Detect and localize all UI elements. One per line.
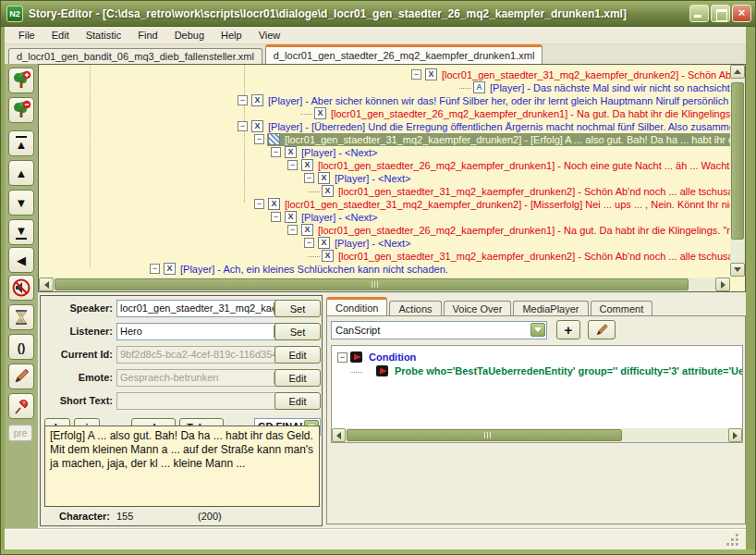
add-node-button[interactable] [8,68,34,93]
tab-condition[interactable]: Condition [326,297,387,316]
menu-find[interactable]: Find [129,28,165,43]
scroll-thumb[interactable] [55,278,689,290]
document-tab[interactable]: d_locr01_gen_staedter_26_mq2_kaempfer_dr… [265,44,543,64]
scroll-thumb[interactable] [731,82,744,240]
move-first-button[interactable]: ▲ [8,130,34,156]
tree-node-label[interactable]: [locr01_gen_staedter_26_mq2_kaempfer_dru… [318,160,730,172]
menu-file[interactable]: File [10,28,43,43]
speaker-set-button[interactable]: Set [274,300,321,317]
answer-node-icon[interactable]: A [473,81,485,93]
tree-row[interactable]: −X[Player] - <Next> [39,146,730,159]
tab-comment[interactable]: Comment [591,301,653,316]
tree-horizontal-scrollbar[interactable] [39,278,730,291]
speaker-combobox[interactable]: locr01_gen_staedter_31_mq2_kae [116,300,290,317]
node-checkbox-icon[interactable]: X [164,263,176,275]
tree-node-label[interactable]: [locr01_gen_staedter_31_mq2_kaempfer_dru… [338,186,730,198]
scroll-up-button[interactable] [730,65,745,79]
play-reverse-button[interactable]: ◀ [8,247,34,273]
scroll-left-button[interactable] [39,278,54,291]
short-text-edit-button[interactable]: Edit [274,392,321,410]
tree-row[interactable]: −X[Player] - Aber sicher können wir das!… [39,94,730,107]
expander-minus-icon[interactable]: − [254,199,264,209]
condition-node-label[interactable]: Probe who='BestTaUeberredenEntity' group… [395,365,743,377]
node-checkbox-icon[interactable]: X [301,159,313,171]
tree-row[interactable]: −X[Player] - <Next> [39,211,730,224]
script-combobox[interactable]: CanScript [331,321,547,339]
tab-actions[interactable]: Actions [389,301,441,316]
document-tab[interactable]: d_locr01_gen_bandit_06_mq3_dieb_fallenst… [8,48,262,64]
emote-edit-button[interactable]: Edit [274,369,321,387]
dialog-text-editor[interactable]: [Erfolg] A ... also gut. Bah! Da ha ... … [44,426,320,507]
menu-help[interactable]: Help [213,28,250,43]
tree-node-label[interactable]: [locr01_gen_staedter_31_mq2_kaempfer_dru… [285,199,730,211]
tree-node-label[interactable]: [locr01_gen_staedter_31_mq2_kaempfer_dru… [285,134,730,146]
tree-node-label[interactable]: [Player] - <Next> [335,173,411,185]
expander-minus-icon[interactable]: − [238,95,248,105]
menu-view[interactable]: View [250,28,289,43]
tree-node-label[interactable]: [locr01_gen_staedter_31_mq2_kaempfer_dru… [442,69,730,81]
tree-row[interactable]: −X[locr01_gen_staedter_26_mq2_kaempfer_d… [39,159,730,172]
braces-button[interactable]: () [8,334,34,360]
tree-node-label[interactable]: [locr01_gen_staedter_31_mq2_kaempfer_dru… [338,251,730,263]
tree-row[interactable]: −X[locr01_gen_staedter_26_mq2_kaempfer_d… [39,224,730,237]
tree-row[interactable]: X[locr01_gen_staedter_26_mq2_kaempfer_dr… [39,107,730,120]
scroll-right-button[interactable] [715,278,730,291]
condition-horizontal-scrollbar[interactable] [332,428,742,442]
tree-node-label[interactable]: [Player] - Ach, ein kleines Schlückchen … [180,264,448,276]
tab-voice-over[interactable]: Voice Over [444,301,512,316]
title-bar[interactable]: N2 Story-Editor - [C:\dsa_retro\work\scr… [1,1,756,27]
tree-row[interactable]: −X[Player] - <Next> [39,172,730,185]
node-checkbox-icon[interactable]: X [425,68,437,80]
expander-minus-icon[interactable]: − [304,238,314,248]
node-checkbox-icon[interactable]: X [285,146,297,158]
tree-node-label[interactable]: [Player] - <Next> [301,147,378,159]
tree-node-label[interactable]: [locr01_gen_staedter_26_mq2_kaempfer_dru… [318,225,730,237]
node-checkbox-icon[interactable]: X [318,172,330,184]
tree-row[interactable]: X[locr01_gen_staedter_31_mq2_kaempfer_dr… [39,250,730,263]
expander-minus-icon[interactable]: − [287,225,298,235]
pre-button[interactable]: pre [8,425,32,441]
expander-minus-icon[interactable]: − [304,173,314,183]
move-up-button[interactable]: ▲ [8,160,34,186]
node-checkbox-icon[interactable]: X [322,185,334,197]
tree-vertical-scrollbar[interactable] [730,65,745,277]
current-id-edit-button[interactable]: Edit [274,346,321,364]
expander-minus-icon[interactable]: − [271,212,281,222]
listener-combobox[interactable]: Hero [116,323,290,340]
move-down-button[interactable]: ▼ [8,190,34,216]
expander-minus-icon[interactable]: − [411,69,421,80]
node-checkbox-icon[interactable]: X [268,198,280,210]
wait-button[interactable] [8,304,34,330]
expander-minus-icon[interactable]: − [287,160,298,170]
resize-grip-icon[interactable] [727,535,738,546]
checked-node-icon[interactable] [268,133,280,145]
minimize-button[interactable] [689,5,709,22]
menu-debug[interactable]: Debug [166,28,213,43]
listener-set-button[interactable]: Set [274,323,321,340]
expander-minus-icon[interactable]: − [150,264,160,274]
move-last-button[interactable]: ▼ [8,219,34,245]
node-checkbox-icon[interactable]: X [251,94,263,106]
tree-row[interactable]: −X[Player] - Ach, ein kleines Schlückche… [39,263,730,276]
chevron-down-icon[interactable] [530,323,545,337]
scroll-left-button[interactable] [332,428,346,442]
tree-row[interactable]: X[locr01_gen_staedter_31_mq2_kaempfer_dr… [39,185,730,198]
tree-node-label[interactable]: [Player] - <Next> [335,238,411,250]
tree-row[interactable]: A[Player] - Das nächste Mal sind wir nic… [39,81,730,94]
menu-statistic[interactable]: Statistic [78,28,130,43]
scroll-down-button[interactable] [730,263,745,277]
expander-minus-icon[interactable]: − [238,121,248,131]
node-checkbox-icon[interactable]: X [251,120,263,132]
maximize-button[interactable] [711,5,730,22]
node-checkbox-icon[interactable]: X [314,107,326,119]
tree-node-label[interactable]: [Player] - Das nächste Mal sind wir nich… [490,82,730,94]
tree-row[interactable]: −X[locr01_gen_staedter_31_mq2_kaempfer_d… [39,68,730,81]
edit-pencil-button[interactable] [8,364,34,389]
condition-node-label[interactable]: Condition [369,352,416,364]
menu-edit[interactable]: Edit [43,28,78,43]
close-button[interactable]: × [732,5,751,22]
tree-row[interactable]: −[locr01_gen_staedter_31_mq2_kaempfer_dr… [39,133,730,146]
tree-row[interactable]: −X[locr01_gen_staedter_31_mq2_kaempfer_d… [39,198,730,211]
tree-node-label[interactable]: [Player] - Aber sicher können wir das! F… [268,95,730,107]
scroll-right-button[interactable] [728,428,742,442]
